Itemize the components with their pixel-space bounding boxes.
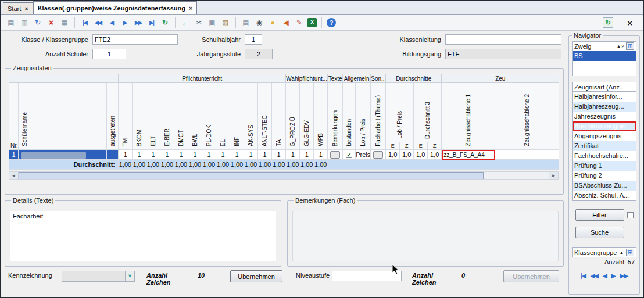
tab-start[interactable]: Start × xyxy=(3,2,33,14)
record-prev-page-icon[interactable]: ◀◀ xyxy=(591,272,598,279)
tab-start-close-icon[interactable]: × xyxy=(24,5,28,12)
group-wahlpflichtunterricht: Wahlpflichtunt... xyxy=(286,74,328,83)
nav-next-page-icon[interactable]: ▶▶ xyxy=(133,17,144,28)
zeugnisschablone2-cell[interactable] xyxy=(495,150,559,160)
zeugnisart-item[interactable]: Halbjahresinfor... xyxy=(573,92,636,102)
zeugnisschablone1-cell[interactable]: zz_B_FS_A_A4 xyxy=(442,150,495,160)
grade-cell[interactable]: 1 xyxy=(146,150,160,160)
schulhalbjahr-input[interactable] xyxy=(245,34,262,45)
tab-main-close-icon[interactable]: × xyxy=(189,5,192,12)
student-row[interactable]: 1 1 1 1 1 1 1 1 1 1 1 1 1 1 1 xyxy=(9,150,559,160)
paste-icon[interactable]: ▨ xyxy=(220,17,231,28)
nav-next-icon[interactable]: ▶ xyxy=(120,17,130,28)
delete-icon[interactable]: × xyxy=(46,17,56,28)
durchschnitt3-e-cell[interactable]: 1,0 xyxy=(414,150,428,160)
anzahl-schueler-input[interactable] xyxy=(92,49,126,59)
grade-cell[interactable]: 1 xyxy=(119,150,133,160)
suche-button[interactable]: Suche xyxy=(575,227,624,238)
zeugnisart-item[interactable]: Jahreszeugnis xyxy=(573,112,636,121)
lob-preis-cell[interactable]: Preis xyxy=(356,150,371,160)
grade-cell[interactable]: 1 xyxy=(314,150,328,160)
grade-cell[interactable]: 1 xyxy=(258,150,272,160)
filter-button[interactable]: Filter xyxy=(575,209,624,221)
grade-cell[interactable]: 1 xyxy=(188,150,202,160)
mouse-cursor xyxy=(392,264,399,275)
tab-zeugnisdatenerfassung[interactable]: Klassen(-gruppen)weise Zeugnisdatenerfas… xyxy=(33,1,198,14)
scroll-left-icon[interactable]: ◄ xyxy=(9,172,19,179)
zweig-header[interactable]: Zweig ▲2 ⊞ xyxy=(572,41,636,51)
average-cell: 1,00 xyxy=(160,160,174,170)
zweig-item-bs[interactable]: BS xyxy=(573,51,636,61)
grade-cell[interactable]: 1 xyxy=(160,150,174,160)
lob-preis-e-cell[interactable]: 1,0 xyxy=(386,150,400,160)
durchschnitt3-z-cell[interactable]: 1,0 xyxy=(428,150,442,160)
cut-icon[interactable]: ✂ xyxy=(194,17,204,28)
nav-first-icon[interactable]: |◀ xyxy=(80,17,90,28)
scroll-right-icon[interactable]: ► xyxy=(549,172,558,179)
record-next-icon[interactable]: ▶ xyxy=(611,272,616,279)
refresh-data-icon[interactable]: ↻ xyxy=(160,17,170,28)
nav-last-icon[interactable]: ▶| xyxy=(146,17,157,28)
grade-cell[interactable]: 1 xyxy=(202,150,216,160)
grade-cell[interactable]: 1 xyxy=(174,150,188,160)
record-next-page-icon[interactable]: ▶▶ xyxy=(620,272,627,279)
close-window-icon[interactable]: × xyxy=(627,18,632,28)
zeugnisart-item[interactable]: Prüfung 1 xyxy=(573,161,636,171)
excel-export-icon[interactable]: X xyxy=(307,18,317,27)
grade-cell[interactable]: 1 xyxy=(272,150,286,160)
ausgetreten-cell[interactable] xyxy=(107,150,119,160)
zeugnisart-header[interactable]: Zeugnisart (Anz... xyxy=(572,82,636,92)
zeugnis-table: Pflichtunterricht Wahlpflichtunt... Text… xyxy=(9,74,559,170)
bestanden-checkbox[interactable]: ✓ xyxy=(346,152,352,158)
scrollbar-thumb[interactable] xyxy=(19,172,484,179)
grade-cell[interactable]: 1 xyxy=(133,150,146,160)
clipboard-icon[interactable]: ▥ xyxy=(19,17,30,28)
header-lob-preis-durchschnitt: Lob / Preis xyxy=(386,83,414,142)
hint-icon[interactable]: ● xyxy=(267,17,278,28)
zeugnisart-item[interactable]: Halbjahreszeug... xyxy=(573,102,636,112)
filter-checkbox[interactable] xyxy=(627,212,634,218)
copy-icon[interactable]: ▣ xyxy=(207,17,217,28)
new-document-icon[interactable]: ▤ xyxy=(6,17,16,28)
klassengruppe-header[interactable]: Klassengruppe ▲ ⊞ xyxy=(572,247,636,257)
uebernehmen-button[interactable]: Übernehmen xyxy=(230,270,282,282)
lob-preis-z-cell[interactable]: 1,0 xyxy=(400,150,414,160)
facharbeit-ellipsis-button[interactable]: ... xyxy=(373,151,383,159)
nav-prev-page-icon[interactable]: ◀◀ xyxy=(93,17,103,28)
signature-icon[interactable]: ✎ xyxy=(294,17,305,28)
grade-cell[interactable]: 1 xyxy=(300,150,314,160)
klasse-input[interactable] xyxy=(92,34,178,45)
zweig-columns-icon[interactable]: ⊞ xyxy=(626,42,634,50)
grade-cell[interactable]: 1 xyxy=(216,150,230,160)
grade-cell[interactable]: 1 xyxy=(230,150,244,160)
help-icon[interactable]: ? xyxy=(327,18,336,27)
details-texte-textarea[interactable]: Facharbeit xyxy=(10,211,276,261)
megaphone-icon[interactable]: ◀ xyxy=(281,17,291,28)
zeugnisart-item[interactable]: Abgangszeugnis xyxy=(573,131,636,141)
zeugnisart-item[interactable]: Zertifikat xyxy=(573,141,636,151)
niveaustufe-input[interactable] xyxy=(332,271,402,281)
photo-icon[interactable]: ◉ xyxy=(254,17,264,28)
zeugnisart-item[interactable]: BSAbschluss-Zu... xyxy=(573,181,636,191)
row-nr-cell[interactable]: 1 xyxy=(9,150,19,160)
record-first-icon[interactable]: |◀ xyxy=(581,272,586,279)
klassenleitung-input[interactable] xyxy=(445,34,561,45)
klassengruppe-columns-icon[interactable]: ⊞ xyxy=(626,249,634,256)
back-arrow-icon[interactable]: ← xyxy=(180,17,191,28)
zeugnisart-item[interactable]: Fachhochschulre... xyxy=(573,151,636,161)
refresh-icon[interactable]: ↻ xyxy=(33,17,43,28)
zeugnisart-item[interactable]: Prüfung 2 xyxy=(573,171,636,181)
bemerkungen-ellipsis-button[interactable]: ... xyxy=(330,151,340,159)
klassengruppe-label: Klassengruppe xyxy=(574,249,617,256)
zeugnisart-item-abschlusszeugnis[interactable]: Abschlusszeugnis xyxy=(573,121,636,131)
grade-cell[interactable]: 1 xyxy=(286,150,300,160)
print-icon[interactable]: ▤ xyxy=(241,17,251,28)
student-name-cell[interactable] xyxy=(19,150,107,160)
edit-grid-icon[interactable]: ▦ xyxy=(59,17,70,28)
nav-prev-icon[interactable]: ◀ xyxy=(106,17,117,28)
grade-cell[interactable]: 1 xyxy=(244,150,258,160)
window-refresh-icon[interactable]: ↻ xyxy=(603,17,613,28)
average-cell: 1,00 xyxy=(133,160,146,170)
zeugnisart-item[interactable]: Abschlz. Schul. A... xyxy=(573,191,636,200)
record-prev-icon[interactable]: ◀ xyxy=(603,272,607,279)
